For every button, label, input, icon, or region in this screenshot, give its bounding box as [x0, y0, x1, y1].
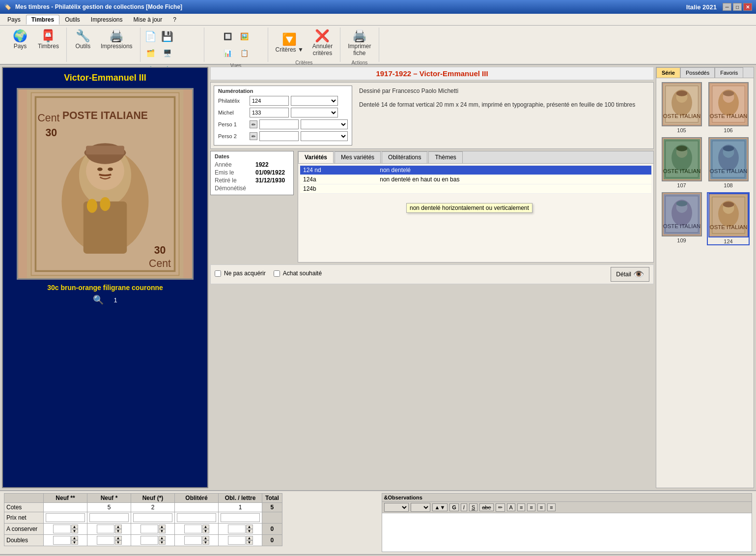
detail-button[interactable]: Détail 👁️	[611, 267, 649, 282]
perso1-edit-btn[interactable]: ✏	[250, 120, 257, 128]
prix-input-oblitere[interactable]	[175, 512, 219, 524]
michel-input[interactable]	[250, 108, 289, 117]
checkbox-ne-pas-acquerir-input[interactable]	[215, 270, 221, 277]
spin-down-2[interactable]: ▼	[115, 529, 122, 533]
obs-color-btn[interactable]: ✏	[496, 503, 505, 512]
obs-font-color-btn[interactable]: A	[507, 503, 515, 511]
vue-icon-1[interactable]: 🔲	[220, 29, 235, 44]
toolbar-btn-pays[interactable]: 🌍 Pays	[8, 29, 32, 51]
vue-icon-3[interactable]: 📊	[220, 45, 235, 61]
spin-down-3[interactable]: ▼	[159, 529, 166, 533]
conserver-oblitere-input[interactable]	[184, 525, 202, 533]
menu-outils[interactable]: Outils	[59, 15, 85, 25]
prix-input-neuf0[interactable]	[131, 512, 175, 524]
conserver-neuf2[interactable]: ▲ ▼	[44, 524, 87, 535]
conserver-neuf0[interactable]: ▲ ▼	[131, 524, 175, 535]
prix-input-neuf2[interactable]	[44, 512, 87, 524]
spin-up-4[interactable]: ▲	[202, 525, 209, 529]
spin-up-6[interactable]: ▲	[71, 536, 78, 540]
stamp-thumb-107[interactable]: POSTE ITALIANE 107	[660, 137, 703, 188]
spin-down-4[interactable]: ▼	[202, 529, 209, 533]
stamp-thumb-108[interactable]: POSTE ITALIANE 108	[707, 137, 750, 188]
doubles-neuf2-input[interactable]	[53, 536, 71, 545]
prix-input-neuf1[interactable]	[87, 512, 131, 524]
collection-icon-2[interactable]: 💾	[159, 29, 175, 44]
michel-select[interactable]	[291, 108, 338, 117]
stamp-thumb-109[interactable]: POSTE ITALIANE 109	[660, 192, 703, 245]
toolbar-btn-criteres[interactable]: 🔽 Critères ▼	[272, 32, 307, 55]
spin-down-9[interactable]: ▼	[202, 540, 209, 545]
tab-mes-varietes[interactable]: Mes variétés	[335, 151, 381, 163]
perso2-select[interactable]	[301, 131, 348, 141]
variete-row-124a[interactable]: 124a non dentelé en haut ou en bas	[300, 175, 651, 184]
doubles-oblitere-input[interactable]	[184, 536, 202, 545]
menu-timbres[interactable]: Timbres	[26, 15, 59, 25]
perso2-input[interactable]	[259, 131, 299, 141]
restore-button[interactable]: □	[733, 3, 742, 11]
doubles-obl-lettre-input[interactable]	[228, 536, 246, 545]
stamp-thumb-106[interactable]: POSTE ITALIANE 106	[707, 82, 750, 133]
obs-size-select[interactable]	[411, 503, 430, 512]
stamp-thumb-124[interactable]: POSTE ITALIANE 124	[707, 192, 750, 245]
philatelix-input[interactable]	[250, 96, 289, 106]
obs-align-justify-btn[interactable]: ≡	[547, 503, 555, 511]
toolbar-btn-impressions[interactable]: 🖨️ Impressions	[97, 29, 136, 51]
spin-down-1[interactable]: ▼	[71, 529, 78, 533]
menu-help[interactable]: ?	[168, 15, 182, 25]
obs-align-center-btn[interactable]: ≡	[527, 503, 535, 511]
doubles-obl-lettre[interactable]: ▲ ▼	[219, 535, 262, 546]
spin-down-10[interactable]: ▼	[246, 540, 253, 545]
vue-icon-4[interactable]: 📋	[236, 45, 252, 61]
collection-icon-1[interactable]: 📄	[142, 29, 158, 44]
perso1-select[interactable]	[301, 119, 348, 129]
spin-up-7[interactable]: ▲	[115, 536, 122, 540]
spin-up-10[interactable]: ▲	[246, 536, 253, 540]
doubles-neuf0-input[interactable]	[140, 536, 158, 545]
obs-align-right-btn[interactable]: ≡	[537, 503, 545, 511]
conserver-neuf0-input[interactable]	[140, 525, 158, 533]
prix-obl-lettre-input[interactable]	[221, 513, 260, 522]
menu-mise-a-jour[interactable]: Mise à jour	[128, 15, 168, 25]
prix-input-obl-lettre[interactable]	[219, 512, 262, 524]
perso2-edit-btn[interactable]: ✏	[250, 132, 257, 140]
spin-up-3[interactable]: ▲	[159, 525, 166, 529]
obs-up-down-btn[interactable]: ▲▼	[432, 503, 448, 511]
menu-impressions[interactable]: Impressions	[85, 15, 128, 25]
obs-italic-btn[interactable]: I	[461, 503, 467, 511]
right-tab-serie[interactable]: Série	[656, 67, 680, 78]
obs-content[interactable]	[382, 513, 752, 543]
zoom-icon[interactable]: 🔍	[93, 294, 104, 305]
spin-up-1[interactable]: ▲	[71, 525, 78, 529]
tab-varietes[interactable]: Variétés	[298, 151, 334, 163]
prix-neuf2-input[interactable]	[46, 513, 85, 522]
right-tab-possedes[interactable]: Possédés	[680, 67, 715, 78]
obs-bold-btn[interactable]: G	[449, 503, 459, 511]
spin-down-6[interactable]: ▼	[71, 540, 78, 545]
toolbar-btn-timbres[interactable]: 📮 Timbres	[34, 29, 62, 51]
toolbar-btn-imprimer[interactable]: 🖨️ Imprimerfiche	[344, 29, 374, 58]
varietes-scroll[interactable]: 124 nd non dentelé 124a non dentelé en h…	[300, 166, 651, 194]
conserver-neuf2-input[interactable]	[53, 525, 71, 533]
variete-row-124b[interactable]: 124b	[300, 184, 651, 194]
vue-icon-2[interactable]: 🖼️	[236, 29, 252, 44]
collection-icon-4[interactable]: 🖥️	[159, 45, 175, 61]
menu-pays[interactable]: Pays	[2, 15, 26, 25]
obs-align-left-btn[interactable]: ≡	[517, 503, 525, 511]
minimize-button[interactable]: ─	[723, 3, 731, 11]
spin-up-9[interactable]: ▲	[202, 536, 209, 540]
right-tab-favoris[interactable]: Favoris	[715, 67, 743, 78]
doubles-neuf0[interactable]: ▲ ▼	[131, 535, 175, 546]
obs-underline-btn[interactable]: S	[469, 503, 477, 511]
spin-up-5[interactable]: ▲	[246, 525, 253, 529]
doubles-neuf1-input[interactable]	[97, 536, 114, 545]
spin-up-2[interactable]: ▲	[115, 525, 122, 529]
variete-row-124nd[interactable]: 124 nd non dentelé	[300, 166, 651, 175]
obs-strikethrough-btn[interactable]: abe	[479, 503, 493, 511]
close-button[interactable]: ✕	[743, 3, 752, 11]
spin-down-7[interactable]: ▼	[115, 540, 122, 545]
stamp-thumb-105[interactable]: POSTE ITALIANE 105	[660, 82, 703, 133]
doubles-neuf2[interactable]: ▲ ▼	[44, 535, 87, 546]
collection-icon-3[interactable]: 🗂️	[142, 45, 158, 61]
checkbox-achat-souhaite-input[interactable]	[274, 270, 280, 277]
conserver-neuf1[interactable]: ▲ ▼	[87, 524, 131, 535]
